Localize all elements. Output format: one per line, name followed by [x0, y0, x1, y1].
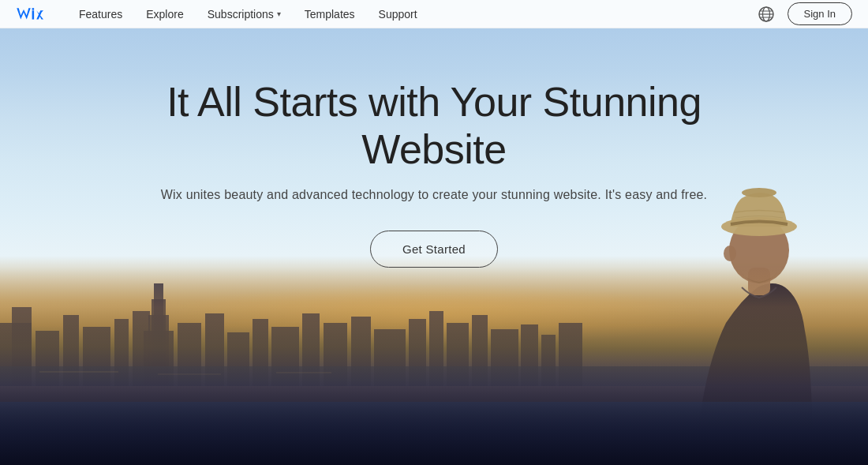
subscriptions-chevron-icon: ▾	[277, 9, 281, 18]
hero-content: It All Starts with Your Stunning Website…	[0, 79, 868, 268]
water-overlay	[0, 402, 868, 465]
nav-support[interactable]: Support	[379, 8, 417, 21]
hero-subtitle: Wix unites beauty and advanced technolog…	[161, 188, 707, 202]
nav-subscriptions[interactable]: Subscriptions ▾	[208, 8, 281, 21]
hero-section: Features Explore Subscriptions ▾ Templat…	[0, 0, 868, 465]
nav-links: Features Explore Subscriptions ▾ Templat…	[79, 8, 758, 21]
nav-features[interactable]: Features	[79, 8, 122, 21]
hero-title: It All Starts with Your Stunning Website	[134, 79, 734, 174]
navbar-right: Sign In	[758, 2, 852, 25]
logo[interactable]	[16, 6, 55, 23]
svg-rect-39	[32, 8, 35, 10]
nav-templates[interactable]: Templates	[305, 8, 355, 21]
nav-explore[interactable]: Explore	[146, 8, 183, 21]
globe-icon[interactable]	[758, 6, 775, 23]
get-started-button[interactable]: Get Started	[370, 231, 498, 268]
wix-logo-svg	[16, 6, 55, 23]
svg-rect-38	[32, 10, 35, 19]
navbar: Features Explore Subscriptions ▾ Templat…	[0, 0, 868, 28]
sign-in-button[interactable]: Sign In	[788, 2, 852, 25]
